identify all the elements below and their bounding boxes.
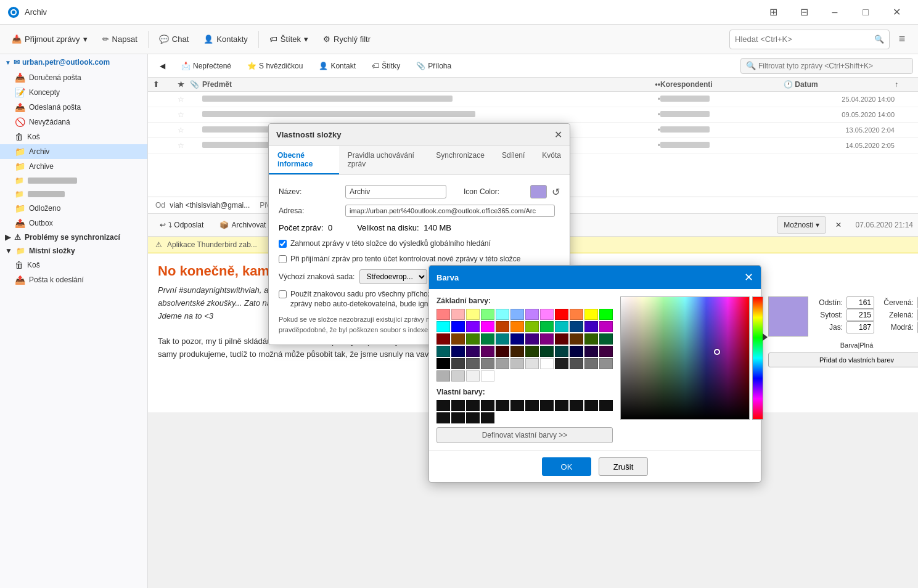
minimize-btn[interactable]: – — [821, 2, 849, 22]
custom-color-cell[interactable] — [451, 412, 465, 423]
basic-color-cell[interactable] — [555, 333, 568, 345]
custom-color-cell[interactable] — [599, 400, 613, 411]
basic-color-cell[interactable] — [599, 358, 613, 369]
basic-color-cell[interactable] — [466, 358, 480, 369]
hue-input[interactable] — [846, 296, 874, 309]
basic-color-cell[interactable] — [436, 370, 450, 382]
sidebar-item-junk[interactable]: 🚫 Nevyžádaná — [0, 115, 147, 129]
basic-color-cell[interactable] — [570, 309, 583, 320]
sidebar-item-outgoing[interactable]: 📤 Pošta k odeslání — [0, 272, 147, 287]
basic-color-cell[interactable] — [540, 309, 554, 320]
tab-sharing[interactable]: Sdílení — [493, 146, 533, 174]
basic-color-cell[interactable] — [525, 333, 539, 345]
hue-slider[interactable] — [752, 296, 763, 420]
sidebar-item-archive[interactable]: 📁 Archive — [0, 159, 147, 174]
basic-color-cell[interactable] — [451, 321, 465, 332]
basic-color-cell[interactable] — [599, 333, 613, 345]
basic-color-cell[interactable] — [496, 358, 509, 369]
basic-color-cell[interactable] — [525, 309, 539, 320]
basic-color-cell[interactable] — [555, 321, 568, 332]
compose-button[interactable]: ✏ Napsat — [96, 28, 144, 51]
basic-color-cell[interactable] — [525, 346, 539, 357]
sidebar-item-archiv[interactable]: 📁 Archiv — [0, 144, 147, 159]
filter-button[interactable]: ⚙ Rychlý filtr — [316, 28, 377, 51]
basic-color-cell[interactable] — [436, 346, 450, 357]
hamburger-menu-button[interactable]: ≡ — [891, 28, 913, 51]
name-input[interactable] — [345, 185, 446, 198]
filter-search-box[interactable]: 🔍 — [740, 58, 913, 74]
custom-color-cell[interactable] — [540, 400, 554, 411]
basic-color-cell[interactable] — [451, 370, 465, 382]
unread-filter-btn[interactable]: 📩 Nepřečtené — [174, 57, 238, 75]
attachment-filter-btn[interactable]: 📎 Příloha — [409, 57, 458, 75]
basic-color-cell[interactable] — [525, 358, 539, 369]
basic-color-cell[interactable] — [481, 309, 494, 320]
custom-color-cell[interactable] — [525, 400, 539, 411]
basic-color-cell[interactable] — [555, 309, 568, 320]
tab-retention[interactable]: Pravidla uchovávání zpráv — [339, 146, 427, 174]
contacts-button[interactable]: 👤 Kontakty — [197, 28, 255, 51]
basic-color-cell[interactable] — [510, 346, 524, 357]
basic-color-cell[interactable] — [451, 333, 465, 345]
checkbox2-input[interactable] — [279, 255, 287, 263]
custom-color-cell[interactable] — [481, 400, 494, 411]
color-cancel-btn[interactable]: Zrušit — [599, 457, 648, 476]
basic-color-cell[interactable] — [599, 346, 613, 357]
sidebar-item-inbox[interactable]: 📥 Doručená pošta — [0, 70, 147, 85]
sidebar-item-blurred1[interactable]: 📁 — [0, 174, 147, 187]
chat-button[interactable]: 💬 Chat — [152, 28, 195, 51]
basic-color-cell[interactable] — [540, 358, 554, 369]
table-row[interactable]: ☆ • 25.04.2020 14:00 — [148, 92, 918, 107]
basic-color-cell[interactable] — [510, 358, 524, 369]
reply-btn[interactable]: ↩ ⤵ Odposlat — [153, 216, 210, 234]
basic-color-cell[interactable] — [510, 333, 524, 345]
basic-color-cell[interactable] — [584, 321, 598, 332]
custom-color-cell[interactable] — [436, 412, 450, 423]
basic-color-cell[interactable] — [510, 309, 524, 320]
receive-button[interactable]: 📥 Přijmout zprávy ▾ — [5, 28, 94, 51]
basic-color-cell[interactable] — [436, 333, 450, 345]
charset-select[interactable]: Středoevrop... — [359, 269, 427, 284]
custom-color-cell[interactable] — [481, 412, 494, 423]
basic-color-cell[interactable] — [481, 333, 494, 345]
tags-filter-btn[interactable]: 🏷 Štítky — [365, 57, 407, 75]
basic-color-cell[interactable] — [540, 321, 554, 332]
basic-color-cell[interactable] — [584, 358, 598, 369]
search-box[interactable]: 🔍 — [729, 30, 890, 49]
close-btn[interactable]: ✕ — [882, 2, 911, 22]
basic-color-cell[interactable] — [540, 346, 554, 357]
sidebar-sync-header[interactable]: ▶ ⚠ Problémy se synchronizací — [0, 231, 147, 244]
color-spectrum[interactable] — [620, 296, 750, 420]
custom-color-cell[interactable] — [570, 400, 583, 411]
search-input[interactable] — [735, 35, 874, 44]
sidebar-local-header[interactable]: ▼ 📁 Místní složky — [0, 244, 147, 258]
tab-general[interactable]: Obecné informace — [269, 146, 339, 174]
basic-color-cell[interactable] — [481, 358, 494, 369]
filter-search-input[interactable] — [758, 62, 908, 70]
archive-btn[interactable]: 📦 Archivovat — [213, 216, 273, 234]
basic-color-cell[interactable] — [466, 333, 480, 345]
custom-color-cell[interactable] — [584, 400, 598, 411]
charset-checkbox-input[interactable] — [279, 290, 287, 298]
basic-color-cell[interactable] — [570, 358, 583, 369]
basic-color-cell[interactable] — [555, 358, 568, 369]
basic-color-cell[interactable] — [481, 321, 494, 332]
sat-input[interactable] — [846, 309, 874, 321]
add-custom-color-btn[interactable]: Přidat do vlastních barev — [768, 353, 918, 367]
color-ok-btn[interactable]: OK — [542, 457, 591, 476]
color-dialog-close-btn[interactable]: ✕ — [744, 271, 753, 284]
basic-color-cell[interactable] — [525, 321, 539, 332]
win-snap2-btn[interactable]: ⊟ — [790, 2, 818, 22]
basic-color-cell[interactable] — [436, 309, 450, 320]
custom-color-cell[interactable] — [436, 400, 450, 411]
color-preview-swatch[interactable] — [530, 185, 547, 198]
close-notification-btn[interactable]: ✕ — [829, 216, 848, 234]
custom-color-cell[interactable] — [510, 400, 524, 411]
basic-color-cell[interactable] — [481, 346, 494, 357]
custom-color-cell[interactable] — [496, 400, 509, 411]
custom-color-cell[interactable] — [466, 412, 480, 423]
tag-button[interactable]: 🏷 Štítek ▾ — [263, 28, 315, 51]
basic-color-cell[interactable] — [584, 333, 598, 345]
basic-color-cell[interactable] — [466, 309, 480, 320]
color-reset-btn[interactable]: ↺ — [552, 186, 560, 198]
